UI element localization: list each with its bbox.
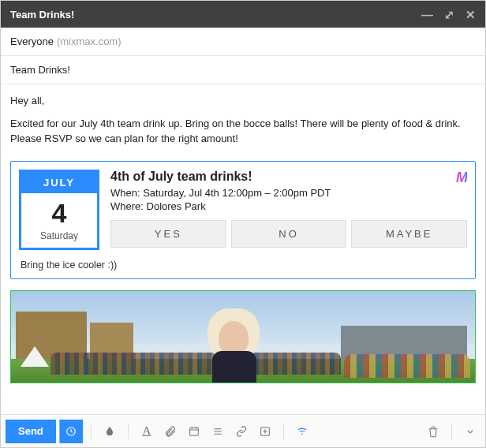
teardrop-icon[interactable]	[99, 420, 120, 442]
event-where: Where: Dolores Park	[110, 200, 467, 212]
list-icon[interactable]	[207, 420, 228, 442]
body-greeting: Hey all,	[10, 94, 476, 109]
window-title: Team Drinks!	[10, 9, 421, 21]
to-field[interactable]: Everyone (mixmax.com)	[1, 28, 485, 56]
subject-text: Team Drinks!	[10, 64, 70, 76]
subject-field[interactable]: Team Drinks!	[1, 56, 485, 84]
trash-icon[interactable]	[423, 420, 443, 442]
attachment-icon[interactable]	[160, 420, 181, 442]
window-controls: — ⤢ ✕	[421, 9, 476, 21]
link-icon[interactable]	[231, 420, 252, 442]
separator	[283, 424, 284, 439]
event-when: When: Saturday, Jul 4th 12:00pm – 2:00pm…	[110, 187, 467, 199]
close-icon[interactable]: ✕	[465, 9, 476, 21]
send-button[interactable]: Send	[6, 420, 56, 443]
more-options-icon[interactable]	[460, 420, 480, 442]
event-when-label: When:	[110, 187, 140, 199]
insert-icon[interactable]	[255, 420, 275, 442]
compose-toolbar: Send A	[1, 414, 485, 447]
expand-icon[interactable]: ⤢	[444, 9, 454, 21]
attached-image[interactable]	[10, 290, 476, 383]
body-paragraph: Excited for our July 4th team drink up. …	[10, 117, 476, 147]
rsvp-yes-button[interactable]: YES	[110, 220, 226, 248]
to-domain: (mixmax.com)	[57, 35, 122, 47]
event-card: JULY 4 Saturday M 4th of July team drink…	[10, 161, 476, 279]
calendar-weekday: Saturday	[21, 229, 97, 248]
event-when-value: Saturday, Jul 4th 12:00pm – 2:00pm PDT	[143, 187, 331, 199]
event-title: 4th of July team drinks!	[110, 170, 467, 184]
to-recipient: Everyone	[10, 35, 54, 47]
event-info: M 4th of July team drinks! When: Saturda…	[110, 170, 467, 250]
mixmax-logo-icon: M	[456, 170, 467, 186]
event-where-label: Where:	[110, 200, 144, 212]
separator	[91, 424, 92, 439]
event-where-value: Dolores Park	[147, 200, 206, 212]
compose-body[interactable]: Hey all, Excited for our July 4th team d…	[1, 84, 485, 414]
compose-window: Team Drinks! — ⤢ ✕ Everyone (mixmax.com)…	[0, 0, 486, 448]
wifi-icon[interactable]	[292, 420, 312, 442]
calendar-day: 4	[21, 193, 97, 229]
minimize-icon[interactable]: —	[421, 9, 433, 21]
svg-point-3	[301, 433, 303, 435]
clock-icon	[65, 426, 77, 437]
rsvp-maybe-button[interactable]: MAYBE	[351, 220, 467, 248]
rsvp-no-button[interactable]: NO	[231, 220, 347, 248]
send-later-button[interactable]	[59, 420, 83, 443]
event-note: Bring the ice cooler :))	[19, 259, 467, 271]
format-text-icon[interactable]: A	[136, 420, 157, 442]
separator	[128, 424, 129, 439]
calendar-icon[interactable]	[184, 420, 204, 442]
rsvp-row: YES NO MAYBE	[110, 220, 467, 248]
calendar-month: JULY	[21, 172, 97, 193]
separator	[451, 424, 452, 439]
titlebar: Team Drinks! — ⤢ ✕	[1, 1, 485, 28]
calendar-tile: JULY 4 Saturday	[19, 170, 99, 250]
svg-rect-1	[189, 427, 198, 435]
